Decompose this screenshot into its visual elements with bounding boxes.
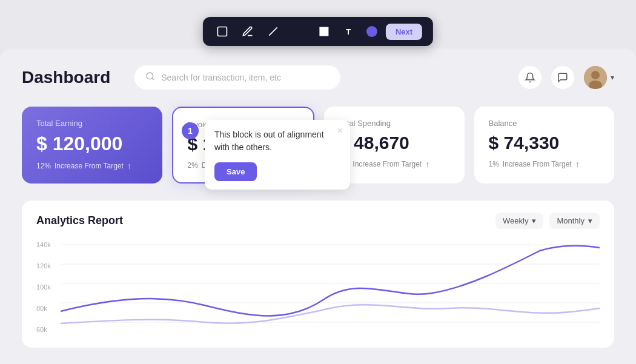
- search-bar[interactable]: Search for transaction, item, etc: [134, 65, 340, 90]
- search-placeholder: Search for transaction, item, etc: [161, 73, 281, 82]
- annotation-number: 1: [182, 122, 199, 139]
- chart-label-80k: 80k: [36, 305, 58, 312]
- analytics-title: Analytics Report: [36, 214, 123, 227]
- rect-tool-icon[interactable]: [316, 23, 333, 40]
- svg-line-1: [269, 27, 277, 35]
- analytics-controls: Weekly ▾ Monthly ▾: [495, 213, 600, 229]
- stat-footer-balance: 1% Increase From Target ↑: [489, 159, 600, 169]
- svg-rect-0: [217, 27, 227, 36]
- notification-button[interactable]: [518, 66, 542, 89]
- svg-point-6: [591, 71, 600, 79]
- chart-label-120k: 120k: [36, 262, 58, 270]
- stat-arrow-balance: ↑: [575, 159, 580, 169]
- annotation-bubble: 1 × This block is out of alignment with …: [182, 120, 350, 190]
- message-button[interactable]: [551, 66, 574, 89]
- chart-container: 140k 120k 100k 80k 60k: [36, 239, 600, 336]
- chart-area: [61, 239, 600, 336]
- header-icons: ▾: [518, 66, 614, 89]
- chart-label-60k: 60k: [36, 326, 58, 333]
- chart-y-labels: 140k 120k 100k 80k 60k: [36, 239, 58, 336]
- stat-value-total-spending: $ 48,670: [339, 133, 450, 153]
- stat-text-total-spending: Increase From Target: [353, 160, 422, 168]
- stat-text-balance: Increase From Target: [503, 160, 572, 168]
- color-tool[interactable]: [366, 26, 377, 37]
- avatar-image: [584, 66, 607, 89]
- analytics-header: Analytics Report Weekly ▾ Monthly ▾: [36, 213, 600, 229]
- text-tool-icon[interactable]: T: [341, 23, 358, 40]
- stat-label-total-spending: Total Spending: [339, 119, 450, 128]
- arrow-tool-icon[interactable]: [290, 23, 307, 40]
- svg-text:T: T: [346, 27, 351, 36]
- stat-card-balance: Balance $ 74,330 1% Increase From Target…: [474, 107, 615, 184]
- svg-point-4: [147, 73, 153, 79]
- user-avatar[interactable]: ▾: [584, 66, 614, 89]
- pen-tool-icon[interactable]: [239, 23, 256, 40]
- stat-arrow-total-spending: ↑: [425, 159, 429, 169]
- line-tool-icon[interactable]: [265, 23, 282, 40]
- annotation-text: This block is out of alignment with the …: [214, 128, 340, 154]
- annotation-save-button[interactable]: Save: [214, 162, 257, 181]
- annotation-toolbar: T Next: [203, 17, 433, 46]
- stat-arrow-total-earning: ↑: [127, 161, 131, 171]
- page-title: Dashboard: [22, 68, 110, 87]
- select-tool-icon[interactable]: [214, 23, 231, 40]
- next-button[interactable]: Next: [386, 24, 422, 40]
- stat-text-total-earning: Increase From Target: [55, 162, 124, 170]
- stat-pct-total-earning: 12%: [36, 162, 51, 170]
- svg-rect-2: [319, 27, 328, 36]
- main-content: Dashboard Search for transaction, item, …: [0, 48, 636, 364]
- avatar-chevron-icon: ▾: [611, 73, 614, 82]
- dropdown1-chevron-icon: ▾: [532, 216, 536, 225]
- page-header: Dashboard Search for transaction, item, …: [22, 65, 614, 90]
- stat-label-balance: Balance: [489, 119, 600, 128]
- monthly-dropdown[interactable]: Monthly ▾: [549, 213, 600, 229]
- stat-label-total-earning: Total Earning: [36, 119, 148, 128]
- weekly-dropdown[interactable]: Weekly ▾: [495, 213, 543, 229]
- stat-footer-total-spending: 6% Increase From Target ↑: [339, 159, 450, 169]
- stat-pct-balance: 1%: [489, 160, 499, 168]
- dropdown2-chevron-icon: ▾: [588, 216, 592, 225]
- annotation-close-button[interactable]: ×: [337, 126, 343, 136]
- analytics-section: Analytics Report Weekly ▾ Monthly ▾ 140k…: [22, 200, 614, 348]
- stat-value-balance: $ 74,330: [489, 133, 600, 153]
- search-icon: [145, 71, 155, 84]
- stat-value-total-earning: $ 120,000: [36, 133, 148, 155]
- stat-footer-total-earning: 12% Increase From Target ↑: [36, 161, 148, 171]
- chart-label-100k: 100k: [36, 283, 58, 291]
- stat-card-total-earning: Total Earning $ 120,000 12% Increase Fro…: [22, 107, 162, 184]
- chart-label-140k: 140k: [36, 241, 58, 248]
- annotation-card: × This block is out of alignment with th…: [205, 120, 350, 190]
